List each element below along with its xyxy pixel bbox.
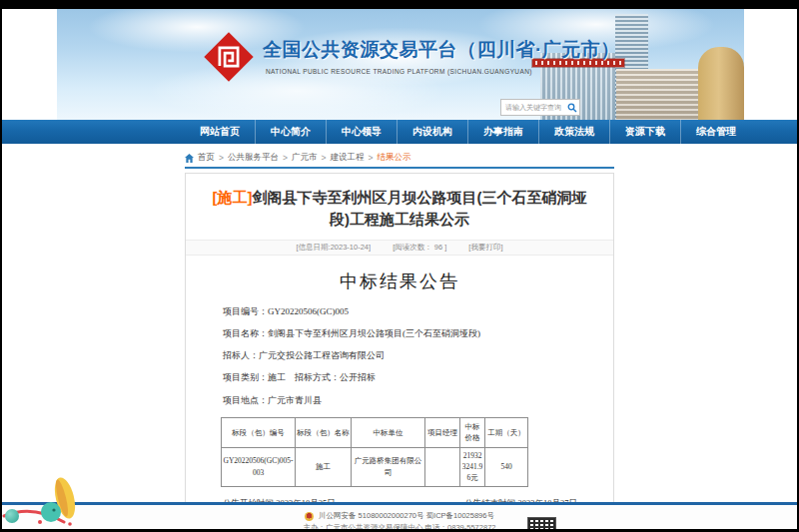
police-badge-icon bbox=[305, 512, 314, 521]
breadcrumb-separator: > bbox=[283, 153, 288, 163]
announcement-heading: 中标结果公告 bbox=[186, 269, 613, 293]
nav-item-orgs[interactable]: 内设机构 bbox=[397, 120, 467, 144]
cell-price: 219323241.96元 bbox=[460, 447, 485, 486]
breadcrumb-home[interactable]: 首页 bbox=[198, 152, 215, 164]
breadcrumb-separator: > bbox=[219, 153, 224, 163]
col-section-no: 标段（包）编号 bbox=[222, 417, 296, 447]
col-price: 中标价格 bbox=[460, 417, 485, 447]
breadcrumb-city[interactable]: 广元市 bbox=[292, 152, 318, 164]
header-banner: 全国公共资源交易平台（四川省·广元市） NATIONAL PUBLIC RESO… bbox=[57, 9, 744, 120]
field-location: 项目地点：广元市青川县 bbox=[223, 395, 595, 406]
footer-beian-line: 川公网安备 51080002000270号 蜀ICP备10025896号 bbox=[2, 511, 797, 521]
beian-text: 川公网安备 51080002000270号 蜀ICP备10025896号 bbox=[319, 511, 494, 521]
col-duration: 工期（天） bbox=[485, 417, 528, 447]
col-winner: 中标单位 bbox=[352, 417, 425, 447]
floating-widget-icon[interactable] bbox=[5, 509, 19, 523]
page: 全国公共资源交易平台（四川省·广元市） NATIONAL PUBLIC RESO… bbox=[2, 9, 797, 529]
print-link[interactable]: [我要打印] bbox=[468, 243, 502, 253]
article-box: [施工]剑阁县下寺至利州区月坝公路项目(三个石至硝洞垭段)工程施工结果公示 [信… bbox=[185, 173, 614, 529]
publish-date: [信息日期:2023-10-24] bbox=[297, 243, 372, 253]
view-count: [阅读次数： 96 ] bbox=[393, 243, 446, 253]
platform-logo-icon bbox=[203, 31, 255, 83]
breadcrumb-separator: > bbox=[368, 153, 373, 163]
article-category-tag: [施工] bbox=[213, 189, 253, 206]
footer-organizer-line: 主办：广元市公共资源交易保障中心 电话：0839-5572872 bbox=[2, 523, 797, 529]
search-icon bbox=[567, 103, 577, 113]
cell-section-name: 施工 bbox=[296, 447, 352, 486]
breadcrumb: 首页 > 公共服务平台 > 广元市 > 建设工程 > 结果公示 bbox=[185, 149, 614, 169]
nav-menu: 网站首页 中心简介 中心领导 内设机构 办事指南 政策法规 资源下载 综合管理 bbox=[185, 120, 797, 144]
main-navbar: 网站首页 中心简介 中心领导 内设机构 办事指南 政策法规 资源下载 综合管理 bbox=[2, 120, 797, 144]
search-input[interactable] bbox=[501, 104, 565, 111]
breadcrumb-separator: > bbox=[321, 153, 326, 163]
breadcrumb-current: 结果公示 bbox=[377, 152, 410, 164]
breadcrumb-category[interactable]: 建设工程 bbox=[330, 152, 364, 164]
site-brand: 全国公共资源交易平台（四川省·广元市） NATIONAL PUBLIC RESO… bbox=[263, 37, 592, 75]
article-title: [施工]剑阁县下寺至利州区月坝公路项目(三个石至硝洞垭段)工程施工结果公示 bbox=[206, 187, 593, 231]
search-button[interactable] bbox=[565, 100, 579, 115]
search-box bbox=[500, 99, 580, 116]
cell-manager bbox=[425, 447, 460, 486]
home-icon bbox=[185, 154, 194, 163]
nav-item-intro[interactable]: 中心简介 bbox=[255, 120, 326, 144]
table-header-row: 标段（包）编号 标段（包）名称 中标单位 项目经理 中标价格 工期（天） bbox=[222, 417, 528, 447]
announcement-body: 中标结果公告 项目编号：GY20220506(GC)005 项目名称：剑阁县下寺… bbox=[186, 269, 613, 530]
nav-item-guide[interactable]: 办事指南 bbox=[467, 120, 538, 144]
field-category-mode: 项目类别：施工 招标方式：公开招标 bbox=[223, 372, 595, 383]
cell-winner: 广元路桥集团有限公司 bbox=[352, 447, 425, 486]
bid-result-table: 标段（包）编号 标段（包）名称 中标单位 项目经理 中标价格 工期（天） GY2… bbox=[221, 417, 528, 487]
site-subtitle: NATIONAL PUBLIC RESOURCE TRADING PLATFOR… bbox=[266, 68, 592, 75]
article-title-text: 剑阁县下寺至利州区月坝公路项目(三个石至硝洞垭段)工程施工结果公示 bbox=[253, 189, 587, 228]
table-row: GY20220506(GC)005-003 施工 广元路桥集团有限公司 2193… bbox=[222, 447, 528, 486]
qr-code bbox=[528, 518, 555, 529]
nav-item-management[interactable]: 综合管理 bbox=[680, 120, 751, 144]
col-section-name: 标段（包）名称 bbox=[296, 417, 352, 447]
nav-item-leaders[interactable]: 中心领导 bbox=[326, 120, 397, 144]
field-tenderee: 招标人：广元交投公路工程咨询有限公司 bbox=[223, 350, 595, 361]
building-dome-graphic bbox=[698, 47, 744, 120]
col-manager: 项目经理 bbox=[425, 417, 460, 447]
article-meta-bar: [信息日期:2023-10-24] [阅读次数： 96 ] [我要打印] bbox=[186, 240, 613, 256]
field-project-no: 项目编号：GY20220506(GC)005 bbox=[223, 306, 595, 317]
cell-duration: 540 bbox=[485, 447, 528, 486]
breadcrumb-platform[interactable]: 公共服务平台 bbox=[228, 152, 279, 164]
nav-item-home[interactable]: 网站首页 bbox=[185, 120, 255, 144]
field-project-name: 项目名称：剑阁县下寺至利州区月坝公路项目(三个石至硝洞垭段) bbox=[223, 328, 595, 339]
nav-item-policy[interactable]: 政策法规 bbox=[538, 120, 609, 144]
nav-item-downloads[interactable]: 资源下载 bbox=[609, 120, 680, 144]
site-title: 全国公共资源交易平台（四川省·广元市） bbox=[263, 37, 592, 63]
cell-section-no: GY20220506(GC)005-003 bbox=[222, 447, 296, 486]
page-footer: 川公网安备 51080002000270号 蜀ICP备10025896号 主办：… bbox=[2, 502, 797, 529]
